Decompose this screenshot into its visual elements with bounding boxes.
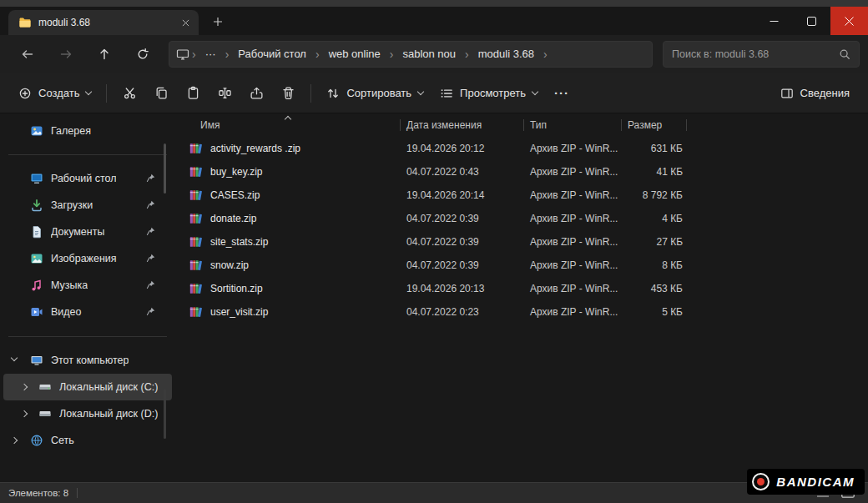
column-headers: Имя Дата изменения Тип Размер bbox=[175, 113, 868, 137]
file-row[interactable]: user_visit.zip 04.07.2022 0:23 Архив ZIP… bbox=[175, 300, 868, 324]
background-strip bbox=[0, 0, 868, 7]
explorer-window: moduli 3.68 bbox=[0, 7, 868, 503]
delete-icon[interactable] bbox=[272, 78, 304, 108]
file-row[interactable]: site_stats.zip 04.07.2022 0:39 Архив ZIP… bbox=[175, 230, 868, 254]
breadcrumb-item-desktop[interactable]: Рабочий стол bbox=[231, 44, 313, 64]
column-header-name[interactable]: Имя bbox=[175, 113, 401, 137]
file-date: 19.04.2026 20:13 bbox=[401, 283, 524, 294]
view-button-label: Просмотреть bbox=[460, 87, 526, 99]
breadcrumb: › ··· › Рабочий стол › web online › sabl… bbox=[169, 41, 653, 68]
chevron-right-icon[interactable] bbox=[11, 437, 18, 444]
file-name: CASES.zip bbox=[210, 189, 260, 201]
sidebar-divider bbox=[8, 154, 167, 155]
chevron-right-icon[interactable]: › bbox=[388, 44, 396, 64]
file-name: user_visit.zip bbox=[210, 306, 268, 318]
toolbar-separator bbox=[310, 84, 311, 103]
file-type: Архив ZIP - WinR... bbox=[524, 283, 622, 294]
sidebar-item-desktop[interactable]: Рабочий стол bbox=[3, 165, 172, 192]
copy-icon[interactable] bbox=[145, 78, 177, 108]
sidebar-scrollbar-track[interactable] bbox=[164, 389, 166, 439]
breadcrumb-item-web-online[interactable]: web online bbox=[322, 44, 387, 64]
zip-file-icon bbox=[189, 142, 203, 155]
chevron-right-icon[interactable]: › bbox=[314, 44, 321, 64]
up-icon[interactable] bbox=[90, 41, 119, 68]
chevron-down-icon[interactable] bbox=[11, 355, 18, 361]
sidebar-item-label: Изображения bbox=[51, 253, 117, 264]
sidebar-item-label: Видео bbox=[51, 306, 82, 318]
pin-icon bbox=[145, 306, 157, 318]
chevron-down-icon bbox=[532, 88, 538, 95]
details-pane-button[interactable]: Сведения bbox=[772, 80, 858, 107]
explorer-tab[interactable]: moduli 3.68 bbox=[8, 10, 199, 35]
file-row[interactable]: activity_rewards .zip 19.04.2026 20:12 А… bbox=[175, 137, 868, 160]
sidebar-item-label: Загрузки bbox=[51, 199, 93, 211]
share-icon[interactable] bbox=[240, 78, 272, 108]
new-tab-icon[interactable] bbox=[207, 11, 229, 33]
sidebar-item-gallery[interactable]: Галерея bbox=[3, 118, 172, 143]
sidebar-item-drive-d[interactable]: Локальный диск (D:) bbox=[3, 400, 172, 427]
file-row[interactable]: donate.zip 04.07.2022 0:39 Архив ZIP - W… bbox=[175, 207, 868, 230]
chevron-right-icon[interactable]: › bbox=[542, 44, 549, 64]
sidebar-scrollbar[interactable] bbox=[164, 143, 166, 194]
file-row[interactable]: buy_key.zip 04.07.2022 0:43 Архив ZIP - … bbox=[175, 160, 868, 184]
view-icon bbox=[440, 87, 453, 100]
search-icon[interactable] bbox=[839, 48, 850, 60]
tab-close-icon[interactable] bbox=[177, 14, 194, 31]
sidebar-item-videos[interactable]: Видео bbox=[3, 299, 172, 325]
file-size: 631 КБ bbox=[622, 143, 687, 154]
chevron-right-icon[interactable] bbox=[21, 410, 28, 417]
minimize-icon[interactable] bbox=[755, 7, 793, 35]
search-input[interactable] bbox=[672, 48, 839, 60]
file-type: Архив ZIP - WinR... bbox=[524, 189, 622, 201]
file-row[interactable]: Sortition.zip 19.04.2026 20:13 Архив ZIP… bbox=[175, 277, 868, 300]
breadcrumb-item-current[interactable]: moduli 3.68 bbox=[472, 44, 541, 64]
forward-icon[interactable] bbox=[52, 41, 80, 68]
breadcrumb-item-sablon-nou[interactable]: sablon nou bbox=[396, 44, 462, 64]
more-label: ··· bbox=[554, 86, 569, 100]
file-row[interactable]: CASES.zip 19.04.2026 20:14 Архив ZIP - W… bbox=[175, 184, 868, 207]
file-size: 453 КБ bbox=[622, 283, 687, 294]
chevron-right-icon: › bbox=[190, 44, 198, 64]
view-button[interactable]: Просмотреть bbox=[431, 80, 546, 107]
details-pane-label: Сведения bbox=[800, 87, 850, 99]
video-icon bbox=[30, 305, 43, 319]
sidebar-item-network[interactable]: Сеть bbox=[3, 427, 172, 454]
sidebar-item-drive-c[interactable]: Локальный диск (C:) bbox=[3, 374, 172, 400]
zip-file-icon bbox=[189, 212, 203, 225]
network-icon bbox=[30, 434, 43, 447]
column-header-size[interactable]: Размер bbox=[622, 113, 687, 137]
chevron-right-icon[interactable]: › bbox=[463, 44, 471, 64]
bandicam-watermark: BANDICAM bbox=[747, 469, 865, 495]
sidebar-item-downloads[interactable]: Загрузки bbox=[3, 192, 172, 219]
more-icon[interactable]: ··· bbox=[546, 78, 578, 108]
chevron-right-icon[interactable] bbox=[21, 384, 28, 390]
desktop-icon bbox=[30, 172, 43, 185]
chevron-right-icon: › bbox=[224, 44, 231, 64]
sort-icon bbox=[326, 87, 340, 100]
sidebar-item-label: Документы bbox=[51, 226, 104, 238]
file-size: 27 КБ bbox=[622, 236, 687, 248]
file-date: 04.07.2022 0:39 bbox=[401, 236, 524, 248]
sort-button[interactable]: Сортировать bbox=[318, 80, 431, 107]
sidebar-item-documents[interactable]: Документы bbox=[3, 219, 172, 245]
cut-icon[interactable] bbox=[114, 78, 145, 108]
command-bar: Создать bbox=[0, 73, 868, 113]
sidebar-item-music[interactable]: Музыка bbox=[3, 272, 172, 299]
column-header-type[interactable]: Тип bbox=[524, 113, 622, 137]
file-row[interactable]: snow.zip 04.07.2022 0:39 Архив ZIP - Win… bbox=[175, 254, 868, 277]
sidebar-item-pictures[interactable]: Изображения bbox=[3, 245, 172, 272]
maximize-icon[interactable] bbox=[793, 7, 830, 35]
new-button[interactable]: Создать bbox=[10, 80, 99, 107]
pin-icon bbox=[145, 279, 157, 291]
back-icon[interactable] bbox=[13, 41, 42, 68]
close-icon[interactable] bbox=[830, 7, 868, 35]
zip-file-icon bbox=[189, 165, 203, 179]
screen: moduli 3.68 bbox=[0, 0, 868, 503]
refresh-icon[interactable] bbox=[129, 41, 157, 68]
paste-icon[interactable] bbox=[177, 78, 209, 108]
column-header-date[interactable]: Дата изменения bbox=[401, 113, 524, 137]
sidebar-item-this-pc[interactable]: Этот компьютер bbox=[3, 347, 172, 374]
breadcrumb-overflow[interactable]: ··· bbox=[199, 44, 223, 64]
rename-icon[interactable] bbox=[209, 78, 240, 108]
documents-icon bbox=[30, 225, 43, 239]
